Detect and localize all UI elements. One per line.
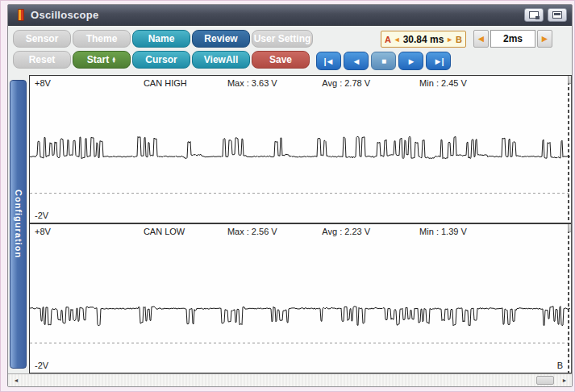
name-button-label: Name [148, 31, 175, 47]
stop-button[interactable]: ■ [371, 52, 396, 70]
channel-name-label: CAN HIGH [144, 78, 187, 88]
play-icon: ► [407, 56, 415, 66]
ab-cursor-readout[interactable]: A ◄ 30.84 ms ► B [381, 31, 466, 48]
cursor-b-arrow-icon: ► [446, 35, 453, 44]
window-title: Oscilloscope [31, 9, 99, 21]
step-back-button[interactable]: ◄ [344, 52, 369, 70]
top-scale-label: +8V [35, 78, 51, 88]
theme-button[interactable]: Theme [73, 30, 131, 48]
cursor-a-arrow-icon: ◄ [394, 35, 401, 44]
channel-can-high[interactable]: +8V CAN HIGH Max : 3.63 V Avg : 2.78 V M… [30, 76, 571, 224]
scroll-right-button[interactable]: ► [560, 376, 569, 385]
step-back-icon: ◄ [352, 56, 360, 66]
user-setting-button[interactable]: User Setting [252, 30, 313, 48]
save-button-label: Save [269, 52, 292, 68]
name-button[interactable]: Name [132, 30, 190, 48]
cursor-b-marker-label: B [557, 361, 563, 370]
min-value-label: Min : 1.39 V [419, 227, 467, 236]
window-mode-button[interactable] [548, 8, 567, 22]
max-value-label: Max : 3.63 V [227, 78, 277, 88]
main-area: Configuration +8V CAN HIGH Max : 3.63 V … [8, 75, 572, 373]
review-button[interactable]: Review [192, 30, 250, 48]
scroll-right-icon: ► [562, 377, 568, 383]
review-button-label: Review [204, 31, 237, 47]
min-value-label: Min : 2.45 V [419, 78, 467, 88]
cursor-button-label: Cursor [145, 52, 177, 68]
timebase-left-icon: ◄ [477, 33, 486, 44]
channel-stack: +8V CAN HIGH Max : 3.63 V Avg : 2.78 V M… [29, 75, 572, 373]
play-button[interactable]: ► [398, 52, 423, 70]
can-high-waveform [30, 76, 571, 223]
skip-to-start-icon: |◄ [324, 56, 334, 66]
toolbar: Sensor Theme Name Review User Setting Re… [8, 26, 572, 75]
can-low-header: +8V CAN LOW Max : 2.56 V Avg : 2.23 V Mi… [30, 227, 571, 240]
top-scale-label: +8V [35, 227, 51, 236]
max-value-label: Max : 2.56 V [227, 227, 277, 236]
timebase-decrease-button[interactable]: ◄ [473, 30, 489, 48]
user-setting-button-label: User Setting [254, 31, 311, 47]
configuration-tab[interactable]: Configuration [10, 80, 27, 369]
bottom-scale-label: -2V [35, 211, 48, 220]
ab-time-value: 30.84 ms [403, 34, 444, 45]
cursor-b-label: B [456, 35, 462, 44]
configuration-tab-label: Configuration [14, 190, 23, 258]
reset-button[interactable]: Reset [13, 51, 71, 69]
spinner-down-icon: ▼ [111, 60, 116, 63]
oscilloscope-window: Oscilloscope Sensor Theme Name Review Us… [7, 4, 573, 387]
window-icon [552, 11, 562, 19]
sidebar-column: Configuration [8, 75, 29, 373]
viewall-button[interactable]: ViewAll [192, 51, 250, 69]
sensor-button[interactable]: Sensor [13, 30, 71, 48]
reset-button-label: Reset [29, 52, 56, 68]
channel-close-button[interactable]: × [568, 224, 571, 232]
bottom-scale-label: -2V [35, 361, 48, 370]
titlebar: Oscilloscope [8, 5, 572, 26]
timebase-increase-button[interactable]: ► [537, 30, 552, 48]
start-spinner-icon[interactable]: ▲▼ [111, 56, 116, 63]
can-low-waveform [30, 224, 571, 373]
screen: Oscilloscope Sensor Theme Name Review Us… [0, 0, 575, 392]
theme-button-label: Theme [86, 31, 118, 47]
scroll-left-icon: ◄ [14, 377, 19, 383]
channel-close-button[interactable]: × [568, 76, 571, 84]
avg-value-label: Avg : 2.78 V [322, 78, 370, 88]
avg-value-label: Avg : 2.23 V [322, 227, 370, 236]
popout-icon [529, 11, 539, 19]
save-button[interactable]: Save [252, 51, 310, 69]
skip-to-end-button[interactable]: ►| [426, 52, 451, 70]
timebase-right-icon: ► [540, 33, 550, 44]
scroll-left-button[interactable]: ◄ [11, 376, 21, 385]
transport-controls: |◄ ◄ ■ ► ►| [316, 52, 451, 70]
app-icon [18, 9, 24, 21]
horizontal-scrollbar[interactable]: ◄ ► [8, 373, 572, 386]
stop-icon: ■ [381, 56, 385, 65]
start-button[interactable]: Start ▲▼ [73, 51, 131, 69]
sensor-button-label: Sensor [26, 31, 59, 47]
can-high-header: +8V CAN HIGH Max : 3.63 V Avg : 2.78 V M… [30, 78, 571, 91]
toolbar-row-2: Reset Start ▲▼ Cursor ViewAll Save [13, 51, 567, 69]
popout-window-button[interactable] [524, 8, 544, 22]
cursor-button[interactable]: Cursor [132, 51, 190, 69]
channel-can-low[interactable]: +8V CAN LOW Max : 2.56 V Avg : 2.23 V Mi… [30, 224, 571, 373]
viewall-button-label: ViewAll [204, 52, 238, 68]
scrollbar-thumb[interactable] [536, 376, 554, 385]
start-button-label: Start [87, 52, 109, 68]
skip-to-end-icon: ►| [434, 56, 444, 66]
timebase-value[interactable]: 2ms [490, 30, 535, 48]
cursor-a-label: A [385, 35, 391, 44]
channel-name-label: CAN LOW [144, 227, 185, 236]
skip-to-start-button[interactable]: |◄ [316, 52, 341, 70]
